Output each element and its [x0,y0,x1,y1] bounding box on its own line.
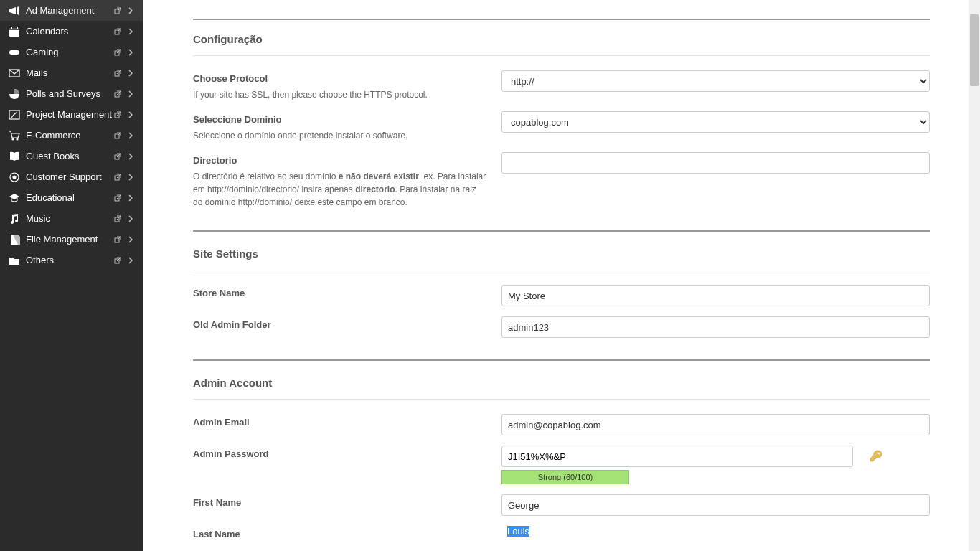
external-link-icon [113,70,123,77]
mail-icon [7,67,22,79]
chevron-right-icon [126,90,136,98]
sidebar-item-project-management[interactable]: Project Management [0,104,143,125]
admin-password-input[interactable] [501,446,853,467]
external-link-icon [113,132,123,139]
domain-label: Seleccione Dominio [193,114,487,125]
last-name-input[interactable]: Louis [501,526,535,537]
protocol-select[interactable]: http:// [501,70,930,92]
cart-icon [7,130,22,141]
main-content: Configuração Choose Protocol If your sit… [143,0,980,551]
chevron-right-icon [126,49,136,56]
domain-select[interactable]: copablog.com [501,111,930,133]
first-name-input[interactable] [501,494,930,516]
admin-email-label: Admin Email [193,417,487,428]
gamepad-icon [7,47,22,58]
admin-folder-label: Old Admin Folder [193,319,487,330]
chevron-right-icon [126,194,136,202]
sidebar-item-label: Customer Support [26,171,113,182]
chevron-right-icon [126,28,136,35]
external-link-icon [113,236,123,243]
sidebar-item-educational[interactable]: Educational [0,187,143,208]
chevron-right-icon [126,215,136,222]
sidebar-item-calendars[interactable]: Calendars [0,21,143,42]
chevron-right-icon [126,236,136,243]
last-name-value: Louis [507,526,529,537]
sidebar-item-guest-books[interactable]: Guest Books [0,146,143,166]
domain-help: Seleccione o domínio onde pretende insta… [193,129,487,142]
directory-help: O directório é relativo ao seu domínio e… [193,170,487,209]
divider [193,19,930,20]
sidebar-item-label: E-Commerce [26,130,113,141]
scrollbar-thumb[interactable] [970,14,979,86]
sidebar-item-label: Polls and Surveys [26,88,113,99]
admin-folder-input[interactable] [501,316,930,338]
external-link-icon [113,111,123,118]
chevron-right-icon [126,174,136,181]
external-link-icon [113,174,123,181]
section-title-site: Site Settings [193,230,930,270]
sidebar-item-label: Others [26,255,113,265]
sidebar-item-ad-management[interactable]: Ad Management [0,0,143,21]
sidebar-item-label: Music [26,213,113,224]
last-name-label: Last Name [193,529,487,540]
sidebar-item-file-management[interactable]: File Management [0,229,143,250]
book-icon [7,151,22,162]
first-name-label: First Name [193,497,487,508]
external-link-icon [113,90,123,98]
external-link-icon [113,215,123,222]
chevron-right-icon [126,153,136,160]
admin-email-input[interactable] [501,414,930,435]
svg-point-13 [12,138,14,140]
sidebar-item-ecommerce[interactable]: E-Commerce [0,125,143,146]
file-icon [7,234,22,245]
project-icon [7,109,22,121]
sidebar-item-polls[interactable]: Polls and Surveys [0,83,143,104]
svg-point-24 [878,453,880,455]
sidebar-item-customer-support[interactable]: Customer Support [0,166,143,187]
sidebar-item-label: File Management [26,234,113,245]
external-link-icon [113,194,123,202]
sidebar-item-label: Mails [26,67,113,78]
calendar-icon [7,26,22,37]
directory-label: Directorio [193,155,487,166]
music-icon [7,213,22,225]
svg-point-18 [13,176,16,179]
chevron-right-icon [126,7,136,14]
external-link-icon [113,49,123,56]
sidebar-item-label: Gaming [26,47,113,57]
chevron-right-icon [126,132,136,139]
protocol-help: If your site has SSL, then please choose… [193,88,487,101]
svg-rect-6 [9,50,19,55]
sidebar-item-others[interactable]: Others [0,250,143,270]
sidebar-item-mails[interactable]: Mails [0,62,143,83]
generate-password-icon[interactable] [869,449,883,463]
scrollbar[interactable] [969,0,980,551]
store-name-label: Store Name [193,288,487,298]
directory-input[interactable] [501,152,930,174]
sidebar-item-label: Calendars [26,26,113,37]
svg-rect-11 [9,110,19,119]
store-name-input[interactable] [501,285,930,306]
password-strength-badge: Strong (60/100) [501,470,629,484]
sidebar-item-music[interactable]: Music [0,208,143,229]
sidebar-item-label: Project Management [26,109,113,120]
megaphone-icon [7,5,22,17]
graduation-cap-icon [7,192,22,204]
pie-chart-icon [7,88,22,100]
sidebar-item-label: Guest Books [26,151,113,161]
sidebar-item-gaming[interactable]: Gaming [0,42,143,62]
svg-point-14 [17,138,18,140]
folder-icon [7,255,22,266]
sidebar: Ad Management Calendars Gaming Mails Pol… [0,0,143,551]
chevron-right-icon [126,70,136,77]
support-icon [7,171,22,183]
external-link-icon [113,28,123,35]
svg-rect-3 [11,27,12,29]
section-title-config: Configuração [193,33,930,56]
external-link-icon [113,257,123,264]
sidebar-item-label: Educational [26,192,113,203]
chevron-right-icon [126,111,136,118]
protocol-label: Choose Protocol [193,73,487,84]
external-link-icon [113,7,123,14]
chevron-right-icon [126,257,136,264]
